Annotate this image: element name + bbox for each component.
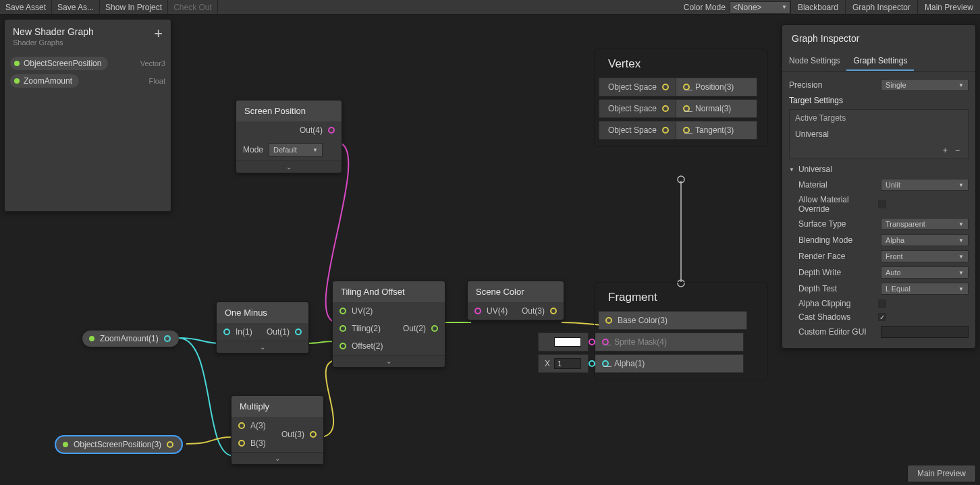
precision-dropdown[interactable]: Single▼	[881, 79, 969, 91]
target-settings-header: Target Settings	[789, 93, 969, 107]
check-out-button: Check Out	[168, 0, 218, 14]
node-title[interactable]: Tiling And Offset	[333, 281, 445, 302]
property-type: Vector3	[140, 59, 165, 67]
blackboard-toggle[interactable]: Blackboard	[790, 0, 845, 14]
vertex-slot[interactable]: Object Space —Position(3)	[599, 78, 763, 96]
toolbar: Save Asset Save As... Show In Project Ch…	[0, 0, 980, 15]
fragment-slot-basecolor[interactable]: Base Color(3)	[538, 311, 763, 330]
port-label: A(3)	[250, 421, 266, 430]
graph-inspector-toggle[interactable]: Graph Inspector	[845, 0, 917, 14]
vertex-stack[interactable]: Vertex Object Space —Position(3) Object …	[594, 49, 768, 147]
blackboard-title: New Shader Graph	[13, 26, 94, 37]
show-in-project-button[interactable]: Show In Project	[100, 0, 168, 14]
remove-target-button[interactable]: −	[952, 146, 962, 155]
node-title[interactable]: Multiply	[232, 396, 323, 417]
alpha-clipping-checkbox[interactable]	[878, 299, 886, 308]
input-port[interactable]	[339, 325, 346, 332]
input-port[interactable]	[339, 308, 346, 314]
vertex-slot[interactable]: Object Space —Normal(3)	[599, 99, 763, 118]
material-dropdown[interactable]: Unlit▼	[881, 179, 969, 191]
add-target-button[interactable]: +	[940, 146, 950, 155]
node-title[interactable]: Screen Position	[236, 101, 342, 121]
input-port[interactable]	[238, 440, 245, 447]
output-port[interactable]	[164, 335, 171, 342]
input-port[interactable]	[474, 308, 481, 314]
depth-write-dropdown[interactable]: Auto▼	[881, 266, 969, 279]
output-port[interactable]	[295, 329, 302, 335]
add-property-button[interactable]: +	[154, 26, 163, 41]
cast-shadows-checkbox[interactable]: ✓	[878, 313, 886, 321]
fragment-slot-spritemask[interactable]: —Sprite Mask(4)	[538, 333, 763, 351]
inspector-title: Graph Inspector	[782, 25, 975, 52]
collapse-toggle[interactable]: ⌄	[236, 161, 342, 173]
input-port[interactable]	[589, 360, 595, 367]
fragment-slot-alpha[interactable]: X —Alpha(1)	[538, 354, 763, 373]
output-port[interactable]	[167, 441, 173, 448]
slot-port-icon: —	[602, 339, 609, 345]
mode-dropdown[interactable]: Default▼	[269, 143, 323, 156]
active-targets-list[interactable]: Active Targets Universal + −	[789, 109, 969, 159]
input-port[interactable]	[238, 422, 245, 429]
depth-test-dropdown[interactable]: L Equal▼	[881, 283, 969, 295]
output-port[interactable]	[431, 325, 438, 332]
fragment-stack[interactable]: Fragment Base Color(3) —Sprite Mask(4) X…	[594, 282, 768, 380]
main-preview-toggle[interactable]: Main Preview	[917, 0, 980, 14]
main-preview-tab[interactable]: Main Preview	[907, 465, 976, 482]
vertex-slot[interactable]: Object Space —Tangent(3)	[599, 121, 763, 140]
color-mode-dropdown[interactable]: <None>▼	[730, 1, 790, 13]
stack-title: Vertex	[599, 53, 763, 78]
node-zoom-amount-ref[interactable]: ZoomAmount(1)	[82, 331, 179, 347]
property-dot-icon	[14, 61, 20, 66]
node-one-minus[interactable]: One Minus In(1) Out(1) ⌄	[216, 302, 309, 353]
property-type: Float	[149, 77, 165, 85]
input-port[interactable]	[605, 317, 612, 324]
property-dot-icon	[89, 336, 94, 341]
port-label: Offset(2)	[352, 341, 383, 351]
output-port[interactable]	[328, 127, 335, 134]
slot-port-icon: —	[602, 360, 609, 367]
mode-label: Mode	[243, 145, 263, 154]
render-face-dropdown[interactable]: Front▼	[881, 250, 969, 262]
blackboard-subtitle: Shader Graphs	[13, 38, 94, 47]
property-row[interactable]: ZoomAmount Float	[10, 72, 165, 90]
slot-port-icon: —	[683, 105, 690, 112]
node-multiply[interactable]: Multiply A(3) B(3) Out(3) ⌄	[231, 395, 324, 465]
color-field[interactable]	[554, 337, 581, 347]
precision-label: Precision	[789, 80, 875, 90]
tab-graph-settings[interactable]: Graph Settings	[846, 52, 914, 71]
node-screen-position[interactable]: Screen Position Out(4) Mode Default▼ ⌄	[236, 100, 342, 173]
alpha-x-input[interactable]	[554, 358, 581, 369]
surface-type-dropdown[interactable]: Transparent▼	[881, 218, 969, 230]
graph-inspector-panel[interactable]: Graph Inspector Node Settings Graph Sett…	[782, 24, 976, 349]
property-dot-icon	[63, 442, 68, 447]
node-title[interactable]: Scene Color	[468, 281, 564, 302]
tab-node-settings[interactable]: Node Settings	[782, 52, 846, 71]
save-as-button[interactable]: Save As...	[52, 0, 100, 14]
port-label: UV(2)	[352, 306, 373, 316]
port-label: UV(4)	[487, 306, 508, 316]
svg-point-0	[678, 176, 684, 183]
output-port[interactable]	[310, 431, 317, 438]
input-port[interactable]	[662, 105, 669, 112]
input-port[interactable]	[339, 343, 346, 349]
port-label: Out(2)	[403, 324, 426, 333]
input-port[interactable]	[662, 127, 669, 134]
blackboard-panel[interactable]: New Shader Graph Shader Graphs + ObjectS…	[4, 19, 171, 212]
input-port[interactable]	[223, 329, 230, 335]
port-label: In(1)	[236, 327, 252, 337]
node-object-screen-position-ref[interactable]: ObjectScreenPosition(3)	[55, 436, 182, 453]
collapse-toggle[interactable]: ⌄	[333, 355, 445, 367]
save-asset-button[interactable]: Save Asset	[0, 0, 52, 14]
universal-foldout[interactable]: ▼Universal	[789, 162, 969, 177]
slot-port-icon: —	[683, 127, 690, 134]
blending-mode-dropdown[interactable]: Alpha▼	[881, 234, 969, 246]
collapse-toggle[interactable]: ⌄	[217, 341, 308, 353]
input-port[interactable]	[662, 84, 669, 90]
collapse-toggle[interactable]: ⌄	[232, 452, 323, 464]
property-row[interactable]: ObjectScreenPosition Vector3	[10, 55, 165, 72]
custom-editor-gui-input[interactable]	[881, 326, 969, 338]
input-port[interactable]	[589, 339, 595, 345]
node-title[interactable]: One Minus	[217, 302, 308, 323]
allow-override-checkbox[interactable]	[878, 200, 886, 208]
node-tiling-and-offset[interactable]: Tiling And Offset UV(2) Tiling(2) Offset…	[332, 281, 445, 368]
